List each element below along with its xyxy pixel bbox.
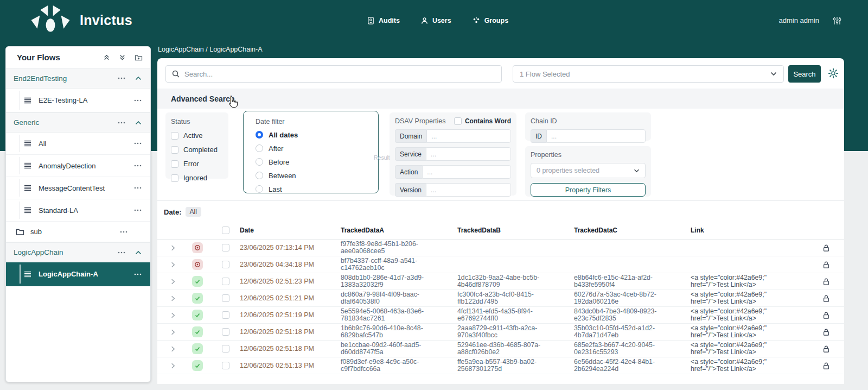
- date-option-between[interactable]: Between: [256, 171, 372, 180]
- contains-word-checkbox[interactable]: [454, 117, 462, 125]
- group-menu-icon[interactable]: [118, 122, 125, 124]
- row-trackeddataa: 1b6b9c76-90d6-410e-8c48-6829bafc547b: [341, 325, 457, 339]
- item-menu-icon[interactable]: [134, 165, 142, 167]
- row-trackeddatac: 843dc0b4-7be3-4809-8923-e23c75df2835: [574, 308, 691, 322]
- search-button[interactable]: Search: [788, 65, 821, 83]
- lock-icon[interactable]: [822, 311, 830, 319]
- flow-group-end2endtesting[interactable]: End2EndTesting: [6, 68, 150, 89]
- checkbox-label: Active: [183, 131, 202, 140]
- row-checkbox[interactable]: [222, 311, 229, 319]
- expand-row-icon[interactable]: [169, 261, 177, 269]
- sidebar-folder-sub[interactable]: sub: [6, 222, 150, 242]
- search-input[interactable]: [165, 65, 502, 83]
- radio[interactable]: [256, 185, 263, 193]
- date-option-after[interactable]: After: [256, 144, 372, 153]
- expand-row-icon[interactable]: [169, 362, 177, 370]
- expand-row-icon[interactable]: [169, 345, 177, 353]
- checkbox[interactable]: [171, 132, 178, 140]
- item-menu-icon[interactable]: [134, 142, 142, 144]
- radio-selected[interactable]: [256, 131, 263, 139]
- table-row: 12/06/2025 02:51:13 PM f089d3ef-e9e8-4c9…: [157, 357, 844, 374]
- domain-input[interactable]: [426, 129, 511, 143]
- checkbox[interactable]: [171, 174, 178, 182]
- checkbox[interactable]: [171, 146, 178, 154]
- row-checkbox[interactable]: [222, 345, 229, 353]
- expand-all-icon[interactable]: [119, 54, 126, 61]
- lock-icon[interactable]: [822, 294, 830, 303]
- field-label: Domain: [395, 129, 426, 143]
- sidebar-item-all[interactable]: All: [6, 133, 150, 155]
- sliders-icon[interactable]: [832, 16, 842, 26]
- property-filters-button[interactable]: Property Filters: [531, 183, 646, 197]
- row-checkbox[interactable]: [222, 278, 229, 285]
- add-folder-icon[interactable]: [135, 54, 143, 61]
- group-collapse-icon[interactable]: [135, 250, 142, 255]
- row-checkbox[interactable]: [222, 362, 229, 369]
- row-checkbox[interactable]: [222, 328, 229, 336]
- group-collapse-icon[interactable]: [135, 76, 142, 80]
- sidebar-item-anomalydetection[interactable]: AnomalyDetection: [6, 155, 150, 177]
- sidebar-item-logicappchain-a[interactable]: LogicAppChain-A: [6, 262, 150, 286]
- expand-row-icon[interactable]: [169, 311, 177, 319]
- lock-icon[interactable]: [822, 261, 830, 269]
- group-menu-icon[interactable]: [118, 251, 125, 254]
- nav-item-users[interactable]: Users: [420, 16, 451, 25]
- status-option-ignored[interactable]: Ignored: [171, 174, 223, 182]
- lock-icon[interactable]: [822, 244, 830, 252]
- date-option-before[interactable]: Before: [256, 158, 372, 166]
- row-checkbox[interactable]: [222, 261, 229, 268]
- item-menu-icon[interactable]: [134, 187, 142, 189]
- date-option-all-dates[interactable]: All dates: [256, 130, 372, 139]
- group-menu-icon[interactable]: [118, 77, 125, 79]
- item-menu-icon[interactable]: [134, 99, 142, 102]
- row-date: 12/06/2025 02:51:21 PM: [240, 294, 341, 302]
- status-option-error[interactable]: Error: [171, 160, 223, 168]
- row-checkbox[interactable]: [222, 294, 229, 302]
- select-all-checkbox[interactable]: [222, 227, 229, 234]
- row-link: <a style="color:#42a6e9;" href="/">Test …: [691, 342, 811, 356]
- flow-group-logicappchain[interactable]: LogicAppChain: [6, 242, 150, 262]
- date-filter-applied-value[interactable]: All: [186, 207, 201, 217]
- properties-select[interactable]: 0 properties selected: [531, 163, 646, 178]
- nav-item-audits[interactable]: Audits: [367, 16, 400, 25]
- status-option-completed[interactable]: Completed: [171, 146, 223, 154]
- radio[interactable]: [256, 144, 263, 152]
- top-navbar: Invictus Audits Users: [0, 0, 868, 41]
- checkbox[interactable]: [171, 160, 178, 168]
- lock-icon[interactable]: [822, 362, 830, 370]
- expand-row-icon[interactable]: [169, 278, 177, 286]
- service-input[interactable]: [426, 147, 511, 161]
- date-option-last[interactable]: Last: [256, 185, 372, 193]
- sidebar-item-standard-la[interactable]: Standard-LA: [6, 199, 150, 222]
- row-checkbox[interactable]: [222, 244, 229, 251]
- lock-icon[interactable]: [822, 345, 830, 353]
- expand-row-icon[interactable]: [169, 294, 177, 303]
- collapse-all-icon[interactable]: [103, 54, 110, 61]
- item-menu-icon[interactable]: [134, 273, 142, 275]
- status-option-active[interactable]: Active: [171, 131, 223, 140]
- item-menu-icon[interactable]: [134, 209, 142, 211]
- radio[interactable]: [256, 158, 263, 166]
- folder-menu-icon[interactable]: [120, 231, 127, 233]
- expand-row-icon[interactable]: [169, 328, 177, 336]
- chain-id-input[interactable]: [546, 129, 646, 143]
- advanced-search-header[interactable]: Advanced Search: [157, 89, 844, 109]
- version-input[interactable]: [426, 183, 511, 197]
- action-input[interactable]: [422, 165, 511, 179]
- row-trackeddataa: f089d3ef-e9e8-4c9c-a50c-c9f7bdfcc66a: [341, 358, 457, 373]
- lock-icon[interactable]: [822, 328, 830, 336]
- row-link: <a style="color:#42a6e9;" href="/">Test …: [691, 274, 811, 288]
- expand-row-icon[interactable]: [169, 244, 177, 252]
- group-collapse-icon[interactable]: [135, 121, 142, 125]
- lock-icon[interactable]: [822, 278, 830, 286]
- sidebar-item-messagecontenttest[interactable]: MessageContentTest: [6, 177, 150, 199]
- radio-label: All dates: [269, 131, 298, 139]
- radio[interactable]: [256, 172, 263, 179]
- flow-select[interactable]: 1 Flow Selected: [513, 65, 784, 83]
- row-trackeddatab: fc300fc4-a23b-4cf0-8415-ffb122dd7495: [457, 291, 574, 305]
- results-section: Date: All Date TrackedDataA TrackedDataB…: [157, 200, 844, 374]
- nav-item-groups[interactable]: Groups: [472, 16, 508, 25]
- gear-icon[interactable]: [828, 68, 839, 79]
- flow-group-generic[interactable]: Generic: [6, 112, 150, 133]
- sidebar-item-e2e-testing-la[interactable]: E2E-Testing-LA: [6, 89, 150, 112]
